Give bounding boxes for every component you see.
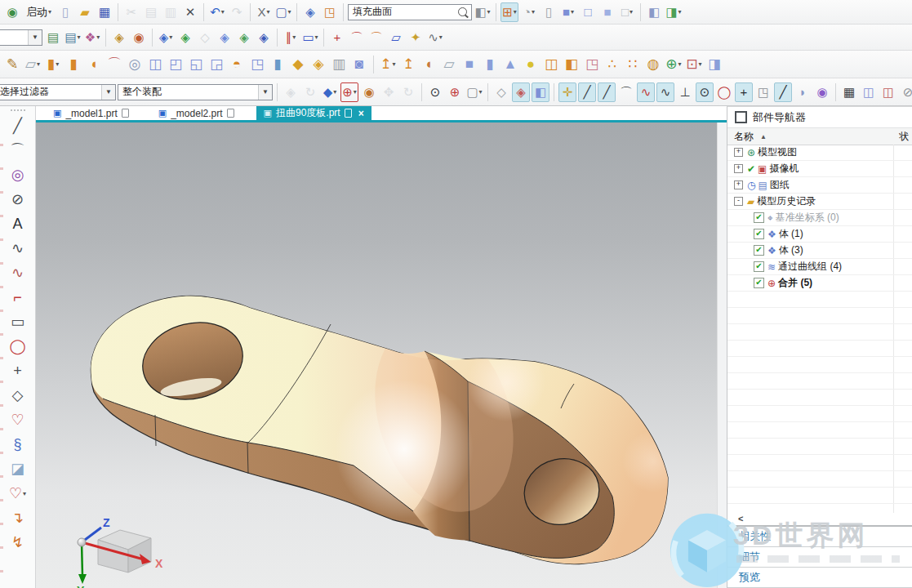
dropdown-arrow-icon[interactable]: ▾ — [439, 33, 443, 41]
cube-bounds[interactable]: ◫ — [879, 82, 897, 102]
dropdown-arrow-icon[interactable]: ▾ — [292, 33, 296, 41]
pattern-face[interactable]: ∷ — [624, 55, 642, 74]
groove[interactable]: ▮ — [269, 55, 287, 74]
column-name[interactable]: 名称 — [734, 130, 754, 144]
combined-projection[interactable]: ↯ — [6, 530, 30, 555]
spline-wave[interactable]: ∿ — [6, 236, 30, 261]
checkbox[interactable]: ✔ — [754, 229, 764, 239]
color-palette[interactable]: ◉ — [360, 82, 378, 102]
fit-view[interactable]: ⊞▾ — [500, 2, 518, 22]
snap-handle[interactable]: ◳ — [754, 82, 772, 102]
dropdown-arrow-icon[interactable]: ▾ — [48, 8, 51, 16]
snap-intersection[interactable]: + — [735, 82, 753, 102]
emboss[interactable]: ◈ — [309, 55, 327, 74]
command-finder[interactable]: 填充曲面 — [348, 4, 472, 20]
cone[interactable]: ▲ — [501, 55, 519, 74]
tube[interactable]: ◎ — [126, 55, 144, 74]
clip-section-alt[interactable]: ◨▾ — [665, 2, 683, 22]
studio-spline[interactable]: ∿ — [6, 261, 30, 285]
scope-filter-combo[interactable]: 整个装配▼ — [118, 84, 273, 100]
snap-quadrant[interactable]: ◯ — [715, 82, 733, 102]
wcs-dynamics[interactable]: X▾ — [255, 2, 273, 22]
dome[interactable]: ◓ — [228, 55, 246, 74]
offset-face[interactable]: ◳ — [583, 55, 601, 74]
filter-add[interactable]: ◆▾ — [321, 82, 339, 102]
revolve[interactable]: ◖ — [85, 55, 103, 74]
dropdown-arrow-icon[interactable]: ▾ — [96, 33, 100, 41]
clip-section[interactable]: ◧ — [645, 2, 663, 22]
spline-analysis[interactable]: ∿▾ — [426, 28, 444, 47]
dropdown-arrow-icon[interactable]: ▾ — [678, 60, 682, 68]
circle-slash[interactable]: ⊘ — [899, 82, 912, 102]
nx-logo-icon[interactable]: ◉ — [3, 2, 21, 22]
new-file[interactable]: ▯ — [56, 2, 74, 22]
circle-line[interactable]: ⊘ — [6, 187, 30, 212]
dropdown-arrow-icon[interactable]: ▼ — [258, 85, 272, 100]
unite-boolean[interactable]: ⊕▾ — [665, 55, 683, 74]
tree-item[interactable]: +◷▤图纸 — [727, 177, 912, 194]
checkbox[interactable]: ✔ — [754, 261, 764, 272]
wireframe-view[interactable]: □ — [579, 2, 597, 22]
split-body[interactable]: ◧ — [563, 55, 581, 74]
snap-target[interactable]: ⊕ — [446, 82, 464, 102]
snap-endpoint[interactable]: ╱ — [578, 82, 596, 102]
offset-curve-alt[interactable]: ♡▾ — [6, 481, 30, 506]
dropdown-arrow-icon[interactable]: ▾ — [514, 8, 517, 16]
curve-on-surface[interactable]: ◪ — [6, 457, 30, 481]
snap-face[interactable]: ◗ — [794, 82, 812, 102]
constraint-navigator[interactable]: ❖▾ — [83, 28, 101, 47]
collapse-icon[interactable]: - — [734, 197, 743, 206]
j-curve[interactable]: ⌒ — [367, 28, 385, 47]
tree-item[interactable]: +⊛模型视图 — [727, 145, 912, 161]
sort-ascending-icon[interactable]: ▲ — [760, 133, 767, 140]
checkbox[interactable]: ✔ — [754, 245, 764, 256]
dropdown-arrow-icon[interactable]: ▾ — [699, 60, 702, 68]
select-rectangle[interactable]: ▢▾ — [465, 82, 483, 102]
snap-circle-center[interactable]: ⊙ — [696, 82, 714, 102]
rotate-view[interactable]: ◈ — [301, 2, 319, 22]
shaded-view[interactable]: ■▾ — [559, 2, 577, 22]
tree-item[interactable]: ✔⊕合并 (5) — [727, 275, 912, 292]
twisted-plate-part[interactable] — [91, 296, 684, 564]
close-tab-icon[interactable]: × — [358, 108, 364, 119]
undo[interactable]: ↶▾ — [208, 2, 226, 22]
background-style[interactable]: □▾ — [618, 2, 636, 22]
dropdown-arrow-icon[interactable]: ▾ — [333, 88, 336, 96]
delete[interactable]: ✕ — [181, 2, 199, 22]
curve-intersect[interactable]: ⌒ — [348, 28, 366, 47]
tree-item[interactable]: ✔❖体 (1) — [727, 226, 912, 243]
move-component[interactable]: ◈ — [110, 28, 128, 47]
orient-view[interactable]: ◔▾ — [520, 2, 538, 22]
trim[interactable]: ◆ — [289, 55, 307, 74]
measure-distance[interactable]: ▭▾ — [301, 28, 319, 47]
window-layout[interactable]: ▯ — [540, 2, 558, 22]
section-预览[interactable]: 预览 — [727, 568, 912, 588]
circle-chain[interactable]: ◎ — [6, 163, 30, 187]
datum-offset[interactable]: ↥▾ — [379, 55, 397, 74]
highlight-cube[interactable]: ◇ — [492, 82, 510, 102]
pocket[interactable]: ◱ — [187, 55, 205, 74]
extrude-sheet[interactable]: ▮ — [65, 55, 82, 74]
point-tool[interactable]: + — [6, 359, 30, 383]
polygon-tool[interactable]: ◇ — [6, 383, 30, 408]
offset-curve[interactable]: ♡ — [6, 408, 30, 432]
dropdown-arrow-icon[interactable]: ▾ — [37, 60, 40, 68]
sphere[interactable]: ● — [522, 55, 540, 74]
wireframe-edges-cube[interactable]: ◈ — [512, 82, 530, 102]
dropdown-arrow-icon[interactable]: ▾ — [354, 88, 357, 96]
collapse-sections-button[interactable]: < — [738, 514, 743, 523]
cube-info[interactable]: ◫ — [860, 82, 878, 102]
corner-fillet[interactable]: ⌐ — [6, 285, 30, 310]
tree-item[interactable]: +✔▣摄像机 — [727, 161, 912, 177]
dropdown-arrow-icon[interactable]: ▾ — [532, 8, 535, 16]
section-相关性[interactable]: 相关性 — [727, 527, 912, 547]
dropdown-arrow-icon[interactable]: ▾ — [78, 33, 81, 41]
sheet-flat[interactable]: ▱ — [440, 55, 458, 74]
sweep[interactable]: ⌒ — [105, 55, 123, 74]
tree-column-header[interactable]: 名称 ▲ 状 — [727, 127, 912, 145]
checkbox[interactable]: ✔ — [754, 212, 764, 223]
rectangle-tool[interactable]: ▭ — [6, 310, 30, 334]
save[interactable]: ▦ — [96, 2, 113, 22]
cylinder[interactable]: ▮ — [481, 55, 499, 74]
subtract-boolean[interactable]: ◨ — [705, 55, 723, 74]
